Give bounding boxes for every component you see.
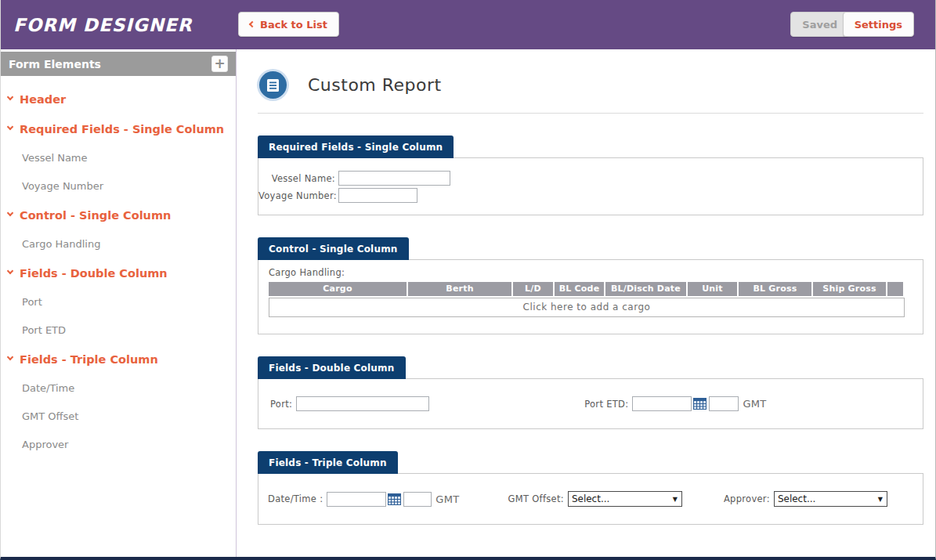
app-title: FORM DESIGNER bbox=[13, 15, 192, 35]
sidebar-group-required-fields: Required Fields - Single Column Vessel N… bbox=[1, 123, 236, 192]
sidebar-group-label: Required Fields - Single Column bbox=[20, 123, 224, 135]
vessel-name-label: Vessel Name: bbox=[258, 173, 335, 184]
sidebar-group-label: Fields - Double Column bbox=[20, 267, 168, 280]
chevron-left-icon bbox=[249, 21, 255, 27]
column-header-bl-disch-date: BL/Disch Date bbox=[605, 282, 686, 296]
tab-fields-triple: Fields - Triple Column bbox=[258, 451, 398, 474]
sidebar-group-required-fields-header[interactable]: Required Fields - Single Column bbox=[1, 123, 236, 135]
chevron-down-icon: ▼ bbox=[673, 496, 678, 503]
sidebar-item-gmt-offset[interactable]: GMT Offset bbox=[1, 410, 236, 422]
sidebar-group-header[interactable]: Header bbox=[1, 93, 236, 106]
column-header-ship-gross: Ship Gross bbox=[813, 282, 886, 296]
sidebar-group-label: Fields - Triple Column bbox=[20, 353, 158, 366]
sidebar-item-port[interactable]: Port bbox=[1, 296, 236, 308]
vessel-name-input[interactable] bbox=[338, 171, 450, 186]
chevron-down-icon bbox=[7, 268, 13, 274]
sidebar-group-label: Control - Single Column bbox=[20, 209, 171, 222]
saved-button[interactable]: Saved bbox=[790, 12, 849, 37]
column-header-cargo: Cargo bbox=[269, 282, 407, 296]
add-cargo-row[interactable]: Click here to add a cargo bbox=[269, 298, 905, 317]
chevron-down-icon: ▼ bbox=[878, 496, 883, 503]
back-to-list-button[interactable]: Back to List bbox=[238, 12, 339, 37]
column-header-ld: L/D bbox=[513, 282, 553, 296]
sidebar-item-port-etd[interactable]: Port ETD bbox=[1, 324, 236, 336]
port-field-group: Port: bbox=[270, 396, 429, 411]
gmt-offset-select-value: Select... bbox=[572, 493, 609, 504]
gmt-offset-field-group: GMT Offset: Select... ▼ bbox=[508, 491, 681, 507]
voyage-number-input[interactable] bbox=[338, 188, 417, 203]
datetime-field-group: Date/Time : GMT bbox=[268, 492, 459, 507]
approver-select-value: Select... bbox=[778, 493, 815, 504]
approver-label: Approver: bbox=[724, 493, 770, 504]
sidebar: Form Elements + Header Required Fields -… bbox=[1, 49, 237, 557]
sidebar-header-label: Form Elements bbox=[9, 58, 211, 70]
sidebar-group-fields-triple-header[interactable]: Fields - Triple Column bbox=[1, 353, 236, 366]
chevron-down-icon bbox=[7, 210, 13, 216]
approver-select[interactable]: Select... ▼ bbox=[774, 491, 887, 507]
tab-control: Control - Single Column bbox=[258, 237, 409, 260]
sidebar-header: Form Elements + bbox=[1, 52, 236, 76]
column-header-unit: Unit bbox=[688, 282, 737, 296]
cargo-table-header-row: Cargo Berth L/D BL Code BL/Disch Date Un… bbox=[269, 282, 905, 296]
settings-label: Settings bbox=[855, 19, 902, 31]
sidebar-item-date-time[interactable]: Date/Time bbox=[1, 382, 236, 394]
gmt-offset-select[interactable]: Select... ▼ bbox=[568, 491, 682, 507]
section-fields-double: Fields - Double Column Port: Port ETD: bbox=[258, 356, 923, 429]
sidebar-item-voyage-number[interactable]: Voyage Number bbox=[1, 180, 236, 192]
column-header-berth: Berth bbox=[408, 282, 511, 296]
sidebar-group-header-element: Header bbox=[1, 93, 236, 106]
port-label: Port: bbox=[270, 399, 292, 410]
sidebar-group-label: Header bbox=[20, 93, 66, 106]
panel-control: Cargo Handling: Cargo Berth L/D BL Code … bbox=[258, 259, 923, 334]
saved-label: Saved bbox=[802, 19, 837, 31]
column-header-actions bbox=[887, 282, 903, 296]
sidebar-item-approver[interactable]: Approver bbox=[1, 439, 236, 450]
tab-required-fields: Required Fields - Single Column bbox=[258, 135, 454, 158]
calendar-icon[interactable] bbox=[388, 493, 401, 505]
chevron-down-icon bbox=[7, 354, 13, 360]
datetime-input[interactable] bbox=[327, 492, 386, 507]
port-etd-field-group: Port ETD: GMT bbox=[584, 396, 766, 411]
section-control: Control - Single Column Cargo Handling: … bbox=[258, 237, 923, 334]
add-element-button[interactable]: + bbox=[211, 56, 228, 72]
back-to-list-label: Back to List bbox=[260, 19, 327, 31]
gmt-offset-label: GMT Offset: bbox=[508, 493, 563, 504]
panel-required-fields: Vessel Name: Voyage Number: bbox=[258, 157, 923, 215]
sidebar-group-fields-triple: Fields - Triple Column Date/Time GMT Off… bbox=[1, 353, 236, 450]
approver-field-group: Approver: Select... ▼ bbox=[724, 491, 887, 507]
sidebar-group-control-header[interactable]: Control - Single Column bbox=[1, 209, 236, 222]
port-input[interactable] bbox=[296, 396, 429, 411]
cargo-table: Cargo Berth L/D BL Code BL/Disch Date Un… bbox=[269, 282, 905, 317]
sidebar-group-fields-double: Fields - Double Column Port Port ETD bbox=[1, 267, 236, 336]
tab-fields-double: Fields - Double Column bbox=[258, 356, 406, 379]
port-etd-date-input[interactable] bbox=[632, 396, 692, 411]
page-title: Custom Report bbox=[308, 75, 442, 95]
document-icon bbox=[259, 71, 287, 99]
voyage-number-label: Voyage Number: bbox=[258, 190, 335, 201]
gmt-label: GMT bbox=[743, 398, 766, 410]
column-header-bl-code: BL Code bbox=[555, 282, 604, 296]
chevron-down-icon bbox=[7, 124, 13, 130]
gmt-label: GMT bbox=[435, 493, 459, 505]
panel-fields-double: Port: Port ETD: bbox=[258, 378, 923, 429]
sidebar-item-cargo-handling[interactable]: Cargo Handling bbox=[1, 238, 236, 250]
settings-button[interactable]: Settings bbox=[843, 12, 914, 37]
form-header: Custom Report bbox=[258, 71, 923, 114]
chevron-down-icon bbox=[7, 94, 13, 100]
datetime-label: Date/Time : bbox=[268, 493, 323, 504]
sidebar-item-vessel-name[interactable]: Vessel Name bbox=[1, 152, 236, 164]
datetime-gmt-input[interactable] bbox=[403, 492, 432, 507]
topbar: FORM DESIGNER Back to List Saved Setting… bbox=[1, 0, 935, 49]
calendar-icon[interactable] bbox=[693, 398, 707, 410]
form-canvas: Custom Report Required Fields - Single C… bbox=[237, 49, 935, 557]
port-etd-gmt-input[interactable] bbox=[709, 396, 739, 411]
sidebar-group-fields-double-header[interactable]: Fields - Double Column bbox=[1, 267, 236, 280]
cargo-handling-label: Cargo Handling: bbox=[269, 267, 912, 278]
section-fields-triple: Fields - Triple Column Date/Time : bbox=[258, 450, 923, 525]
sidebar-group-control: Control - Single Column Cargo Handling bbox=[1, 209, 236, 250]
section-required-fields: Required Fields - Single Column Vessel N… bbox=[258, 135, 923, 215]
column-header-bl-gross: BL Gross bbox=[739, 282, 811, 296]
port-etd-label: Port ETD: bbox=[584, 399, 628, 410]
panel-fields-triple: Date/Time : GMT bbox=[258, 473, 923, 525]
